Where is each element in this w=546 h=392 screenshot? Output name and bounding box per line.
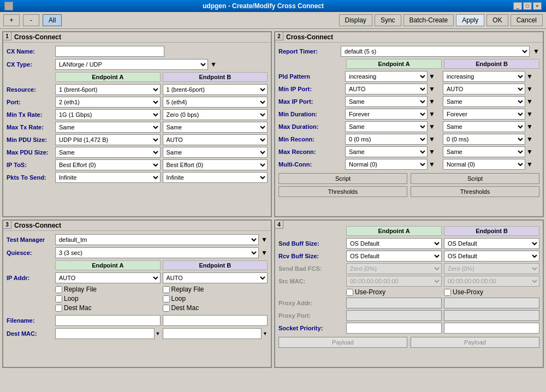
pld-a-select[interactable]: increasing xyxy=(345,71,428,82)
min-tx-a-select[interactable]: 1G (1 Gbps) xyxy=(55,109,161,120)
max-dur-b-select[interactable]: Same xyxy=(443,121,525,132)
min-reconn-a-select[interactable]: 0 (0 ms) xyxy=(345,134,428,145)
cx-type-select[interactable]: LANforge / UDP xyxy=(55,59,208,70)
resource-a-select[interactable]: 1 (brent-6port) xyxy=(55,84,161,95)
max-tx-a-select[interactable]: Same xyxy=(55,122,161,133)
use-proxy-b-label[interactable]: Use-Proxy xyxy=(444,288,539,296)
apply-button[interactable]: Apply xyxy=(456,14,484,26)
rcv-buff-b-select[interactable]: OS Default xyxy=(444,251,539,262)
batch-create-button[interactable]: Batch-Create xyxy=(403,14,454,26)
replay-file-b-label[interactable]: Replay File xyxy=(163,286,268,293)
rcv-buff-a-select[interactable]: OS Default xyxy=(346,251,442,262)
send-bad-fcs-a-select: Zero (0%) xyxy=(346,263,442,274)
dest-mac-b-checkbox[interactable] xyxy=(163,305,170,312)
min-ip-a-select[interactable]: AUTO xyxy=(345,84,428,94)
rcv-buff-label: Rcv Buff Size: xyxy=(278,253,344,259)
src-mac-a-select: 00:00:00:00:00:00 xyxy=(346,276,442,287)
panel3-ep-b-header: Endpoint B xyxy=(163,260,268,270)
ip-tos-a-select[interactable]: Best Effort (0) xyxy=(55,159,161,170)
ip-addr-a-select[interactable]: AUTO xyxy=(55,272,161,283)
close-button[interactable]: × xyxy=(533,2,542,10)
pkts-send-b-select[interactable]: Infinite xyxy=(163,172,268,183)
resource-b-select[interactable]: 1 (brent-6port) xyxy=(163,84,268,95)
dest-mac-b-input[interactable] xyxy=(163,328,262,339)
report-timer-select[interactable]: default (5 s) xyxy=(341,46,530,57)
quiesce-select[interactable]: 3 (3 sec) xyxy=(55,247,259,258)
panel4-ep-headers: Endpoint A Endpoint B xyxy=(278,226,539,236)
max-pdu-b-select[interactable]: Same xyxy=(163,147,268,158)
dest-mac-a-wrapper: ▼ xyxy=(55,328,161,339)
port-b-select[interactable]: 5 (eth4) xyxy=(163,97,268,108)
filename-a-input[interactable] xyxy=(55,315,161,326)
use-proxy-a-label[interactable]: Use-Proxy xyxy=(346,288,442,296)
loop-a-label[interactable]: Loop xyxy=(55,295,161,302)
socket-priority-a-input[interactable]: 0 xyxy=(346,323,442,334)
pld-b-select[interactable]: increasing xyxy=(443,71,525,82)
max-ip-b-select[interactable]: Same xyxy=(443,96,525,107)
proxy-port-label: Proxy Port: xyxy=(278,312,344,319)
min-pdu-b-select[interactable]: AUTO xyxy=(163,134,268,145)
max-tx-b-select[interactable]: Same xyxy=(163,122,268,133)
cx-name-input[interactable]: udpgen xyxy=(55,46,164,57)
snd-buff-b-select[interactable]: OS Default xyxy=(444,238,539,249)
thresholds-b-button[interactable]: Thresholds xyxy=(411,186,539,197)
sync-button[interactable]: Sync xyxy=(375,14,401,26)
ok-button[interactable]: OK xyxy=(486,14,508,26)
pkts-send-a-select[interactable]: Infinite xyxy=(55,172,161,183)
dest-mac-a-label[interactable]: Dest Mac xyxy=(55,304,161,312)
dest-mac-b-arrow: ▼ xyxy=(263,331,268,336)
socket-priority-b-input[interactable]: 0 xyxy=(444,323,539,334)
use-proxy-b-checkbox[interactable] xyxy=(444,289,451,296)
payload-b-button[interactable]: Payload xyxy=(411,337,539,348)
min-tx-b-select[interactable]: Zero (0 bps) xyxy=(163,109,268,120)
loop-b-label[interactable]: Loop xyxy=(163,295,268,302)
thresholds-a-button[interactable]: Thresholds xyxy=(278,186,407,197)
proxy-port-a-input: 0 xyxy=(346,310,442,321)
multi-conn-a-select[interactable]: Normal (0) xyxy=(345,159,428,170)
loop-b-checkbox[interactable] xyxy=(163,295,170,302)
multi-conn-b-select[interactable]: Normal (0) xyxy=(443,159,525,170)
display-button[interactable]: Display xyxy=(339,14,372,26)
proxy-addr-b-input: 0.0.0.0 xyxy=(444,298,539,308)
replay-file-a-label[interactable]: Replay File xyxy=(55,286,161,293)
ip-addr-b-select[interactable]: AUTO xyxy=(163,272,268,283)
script-a-button[interactable]: Script xyxy=(278,173,407,184)
use-proxy-a-checkbox[interactable] xyxy=(346,289,353,296)
dest-mac-b-label[interactable]: Dest Mac xyxy=(163,304,268,312)
max-reconn-b-select[interactable]: Same xyxy=(443,146,525,157)
dest-mac-a-input[interactable] xyxy=(55,328,155,339)
min-pdu-a-select[interactable]: UDP Pld (1,472 B) xyxy=(55,134,161,145)
filename-label: Filename: xyxy=(7,317,53,324)
port-a-select[interactable]: 2 (eth1) xyxy=(55,97,161,108)
min-ip-port-label: Min IP Port: xyxy=(278,86,344,92)
payload-a-button[interactable]: Payload xyxy=(278,337,407,348)
min-reconn-b-select[interactable]: 0 (0 ms) xyxy=(443,134,525,145)
snd-buff-a-select[interactable]: OS Default xyxy=(346,238,442,249)
filename-b-input[interactable] xyxy=(163,315,268,326)
test-manager-select[interactable]: default_tm xyxy=(55,234,259,245)
max-ip-a-select[interactable]: Same xyxy=(345,96,428,107)
main-content: 1 Cross-Connect CX Name: udpgen CX Type:… xyxy=(0,29,546,388)
script-b-button[interactable]: Script xyxy=(411,173,539,184)
maximize-button[interactable]: □ xyxy=(523,2,532,10)
all-button[interactable]: All xyxy=(43,14,62,26)
max-reconn-a-select[interactable]: Same xyxy=(345,146,428,157)
min-dur-a-select[interactable]: Forever xyxy=(345,109,428,120)
max-dur-a-select[interactable]: Same xyxy=(345,121,428,132)
min-dur-b-select[interactable]: Forever xyxy=(443,109,525,120)
loop-a-checkbox[interactable] xyxy=(55,295,62,302)
remove-button[interactable]: - xyxy=(23,14,39,26)
src-mac-row: Src MAC: 00:00:00:00:00:00 00:00:00:00:0… xyxy=(278,276,539,287)
panel4-ep-a-header: Endpoint A xyxy=(346,226,442,236)
cancel-button[interactable]: Cancel xyxy=(511,14,543,26)
resource-label: Resource: xyxy=(7,86,53,93)
min-ip-b-select[interactable]: AUTO xyxy=(443,84,525,94)
dest-mac-a-checkbox[interactable] xyxy=(55,305,62,312)
add-button[interactable]: + xyxy=(3,14,20,26)
replay-file-a-checkbox[interactable] xyxy=(55,286,62,293)
minimize-button[interactable]: _ xyxy=(513,2,522,10)
min-pdu-row: Min PDU Size: UDP Pld (1,472 B) AUTO xyxy=(7,134,268,145)
replay-file-b-checkbox[interactable] xyxy=(163,286,170,293)
max-pdu-a-select[interactable]: Same xyxy=(55,147,161,158)
ip-tos-b-select[interactable]: Best Effort (0) xyxy=(163,159,268,170)
